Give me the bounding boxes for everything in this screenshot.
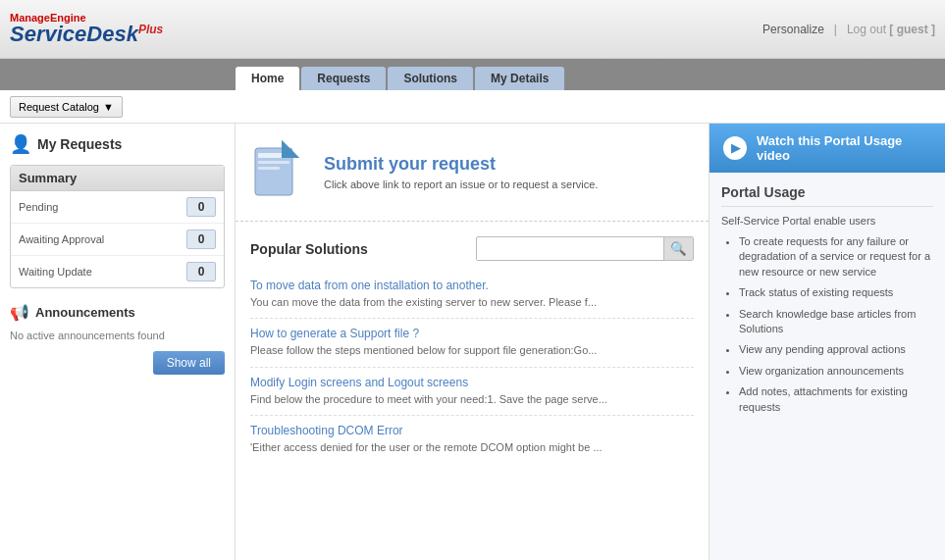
header-right: Personalize | Log out [ guest ] <box>762 23 935 36</box>
logo-area: ManageEngine ServiceDeskPlus <box>10 13 163 45</box>
summary-row-pending: Pending 0 <box>11 191 224 224</box>
main-layout: 👤 My Requests Summary Pending 0 Awaiting… <box>0 124 945 560</box>
submit-section: Submit your request Click above link to … <box>236 124 709 222</box>
play-icon: ▶ <box>723 136 747 160</box>
nav: Home Requests Solutions My Details <box>0 59 945 90</box>
solution-item-3[interactable]: Troubleshooting DCOM Error 'Either acces… <box>250 416 694 463</box>
summary-header: Summary <box>11 166 224 191</box>
solution-desc-2: Find below the procedure to meet with yo… <box>250 392 694 407</box>
solution-desc-1: Please follow the steps mentioned below … <box>250 343 694 358</box>
solution-item-2[interactable]: Modify Login screens and Logout screens … <box>250 368 694 416</box>
person-icon: 👤 <box>10 133 31 155</box>
announcements-section: 📢 Announcements No active announcements … <box>10 303 225 375</box>
nav-tab-solutions[interactable]: Solutions <box>388 67 473 90</box>
request-catalog-button[interactable]: Request Catalog ▼ <box>10 96 123 118</box>
usage-item-2: Search knowledge base articles from Solu… <box>739 307 933 337</box>
show-all-button[interactable]: Show all <box>153 351 225 375</box>
logout-text[interactable]: Log out [ guest ] <box>847 23 935 36</box>
submit-title[interactable]: Submit your request <box>324 154 598 175</box>
my-requests-title: 👤 My Requests <box>10 133 225 155</box>
toolbar: Request Catalog ▼ <box>0 90 945 124</box>
waiting-count: 0 <box>186 262 216 281</box>
submit-desc: Click above link to report an issue or t… <box>324 178 598 190</box>
portal-usage-list: To create requests for any failure or de… <box>721 234 933 415</box>
dropdown-arrow-icon: ▼ <box>103 101 114 113</box>
popular-search-button[interactable]: 🔍 <box>663 237 693 260</box>
solution-title-3: Troubleshooting DCOM Error <box>250 424 694 437</box>
popular-search-box: 🔍 <box>476 236 694 261</box>
watch-video-button[interactable]: ▶ Watch this Portal Usage video <box>709 124 945 173</box>
submit-text-area: Submit your request Click above link to … <box>324 154 598 190</box>
svg-rect-2 <box>258 161 289 164</box>
svg-marker-6 <box>282 140 299 158</box>
summary-row-waiting: Waiting Update 0 <box>11 256 224 287</box>
portal-usage-intro: Self-Service Portal enable users <box>721 215 933 227</box>
usage-item-4: View organization announcements <box>739 364 933 379</box>
solution-item-0[interactable]: To move data from one installation to an… <box>250 271 694 319</box>
usage-item-5: Add notes, attachments for existing requ… <box>739 384 933 415</box>
awaiting-label: Awaiting Approval <box>19 233 104 245</box>
nav-tab-mydetails[interactable]: My Details <box>475 67 564 90</box>
solutions-list: To move data from one installation to an… <box>250 271 694 464</box>
pending-count: 0 <box>186 197 216 217</box>
solution-item-1[interactable]: How to generate a Support file ? Please … <box>250 319 694 367</box>
summary-row-awaiting: Awaiting Approval 0 <box>11 224 224 256</box>
solution-title-2: Modify Login screens and Logout screens <box>250 376 694 389</box>
usage-item-0: To create requests for any failure or de… <box>739 234 933 280</box>
solution-title-0: To move data from one installation to an… <box>250 279 694 292</box>
header: ManageEngine ServiceDeskPlus Personalize… <box>0 0 945 59</box>
portal-usage-title: Portal Usage <box>721 184 933 207</box>
search-icon: 🔍 <box>670 241 687 256</box>
waiting-label: Waiting Update <box>19 266 92 278</box>
popular-section: Popular Solutions 🔍 To move data from on… <box>236 222 709 479</box>
header-separator: | <box>834 23 837 36</box>
personalize-link[interactable]: Personalize <box>762 23 824 36</box>
pending-label: Pending <box>19 201 58 213</box>
watch-video-label: Watch this Portal Usage video <box>757 133 931 163</box>
popular-solutions-label: Popular Solutions <box>250 241 466 257</box>
summary-box: Summary Pending 0 Awaiting Approval 0 Wa… <box>10 165 225 288</box>
popular-solutions-header: Popular Solutions 🔍 <box>250 236 694 261</box>
megaphone-icon: 📢 <box>10 303 29 322</box>
no-announcements-text: No active announcements found <box>10 330 225 341</box>
awaiting-count: 0 <box>186 229 216 249</box>
solution-title-1: How to generate a Support file ? <box>250 327 694 340</box>
sidebar: 👤 My Requests Summary Pending 0 Awaiting… <box>0 124 236 560</box>
solution-desc-0: You can move the data from the existing … <box>250 295 694 310</box>
usage-item-1: Track status of existing requests <box>739 285 933 300</box>
usage-item-3: View any pending approval actions <box>739 342 933 357</box>
announcements-title: 📢 Announcements <box>10 303 225 322</box>
popular-search-input[interactable] <box>477 238 663 260</box>
nav-tab-requests[interactable]: Requests <box>301 67 386 90</box>
svg-rect-3 <box>258 167 280 170</box>
center-panel: Submit your request Click above link to … <box>236 124 709 560</box>
nav-tab-home[interactable]: Home <box>236 67 299 90</box>
product-name: ServiceDeskPlus <box>10 24 163 45</box>
solution-desc-3: 'Either access denied for the user or th… <box>250 440 694 455</box>
right-panel: ▶ Watch this Portal Usage video Portal U… <box>709 124 945 560</box>
portal-usage-section: Portal Usage Self-Service Portal enable … <box>709 173 945 433</box>
submit-request-icon <box>250 138 309 206</box>
